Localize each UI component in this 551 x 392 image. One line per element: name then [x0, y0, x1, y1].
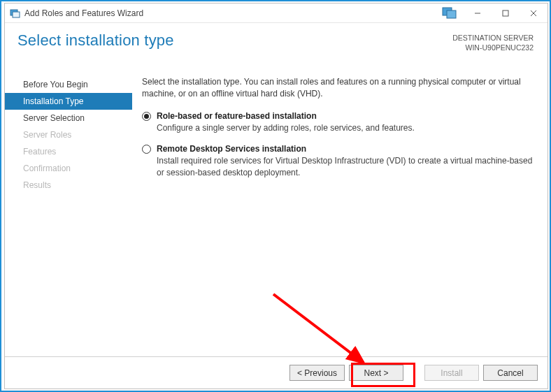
- radio-role-based[interactable]: [142, 112, 151, 121]
- step-before-you-begin[interactable]: Before You Begin: [5, 76, 132, 93]
- header: Select installation type DESTINATION SER…: [5, 23, 548, 73]
- radio-remote-desktop[interactable]: [142, 145, 151, 154]
- option-remote-desktop-title: Remote Desktop Services installation: [157, 143, 534, 155]
- option-role-based[interactable]: Role-based or feature-based installation…: [142, 110, 534, 135]
- next-button[interactable]: Next >: [349, 365, 403, 381]
- step-installation-type[interactable]: Installation Type: [5, 93, 132, 110]
- option-remote-desktop-desc: Install required role services for Virtu…: [157, 155, 534, 180]
- step-results: Results: [5, 177, 132, 194]
- page-title: Select installation type: [17, 31, 174, 50]
- svg-rect-5: [503, 10, 508, 16]
- wizard-steps-sidebar: Before You Begin Installation Type Serve…: [5, 73, 132, 356]
- cascade-windows-icon[interactable]: [436, 3, 464, 23]
- app-icon: [9, 8, 20, 19]
- install-button: Install: [424, 365, 479, 381]
- svg-rect-3: [447, 10, 456, 18]
- step-confirmation: Confirmation: [5, 160, 132, 177]
- cancel-button[interactable]: Cancel: [483, 365, 538, 381]
- minimize-button[interactable]: [464, 3, 492, 23]
- close-button[interactable]: [520, 3, 548, 23]
- destination-server-block: DESTINATION SERVER WIN-U90PENUC232: [452, 31, 534, 52]
- content-pane: Select the installation type. You can in…: [132, 73, 548, 356]
- destination-server-label: DESTINATION SERVER: [452, 33, 534, 43]
- step-server-selection[interactable]: Server Selection: [5, 110, 132, 126]
- wizard-window: Add Roles and Features Wizard: [4, 3, 548, 389]
- destination-server-value: WIN-U90PENUC232: [452, 43, 534, 52]
- titlebar: Add Roles and Features Wizard: [5, 3, 548, 23]
- svg-rect-1: [13, 12, 20, 17]
- maximize-button[interactable]: [492, 3, 520, 23]
- footer: < Previous Next > Install Cancel: [5, 356, 548, 389]
- step-server-roles: Server Roles: [5, 126, 132, 143]
- window-title: Add Roles and Features Wizard: [24, 8, 143, 18]
- intro-text: Select the installation type. You can in…: [142, 76, 534, 101]
- previous-button[interactable]: < Previous: [289, 365, 345, 381]
- option-remote-desktop[interactable]: Remote Desktop Services installation Ins…: [142, 143, 534, 180]
- step-features: Features: [5, 143, 132, 160]
- option-role-based-desc: Configure a single server by adding role…: [157, 122, 415, 134]
- option-role-based-title: Role-based or feature-based installation: [157, 110, 415, 122]
